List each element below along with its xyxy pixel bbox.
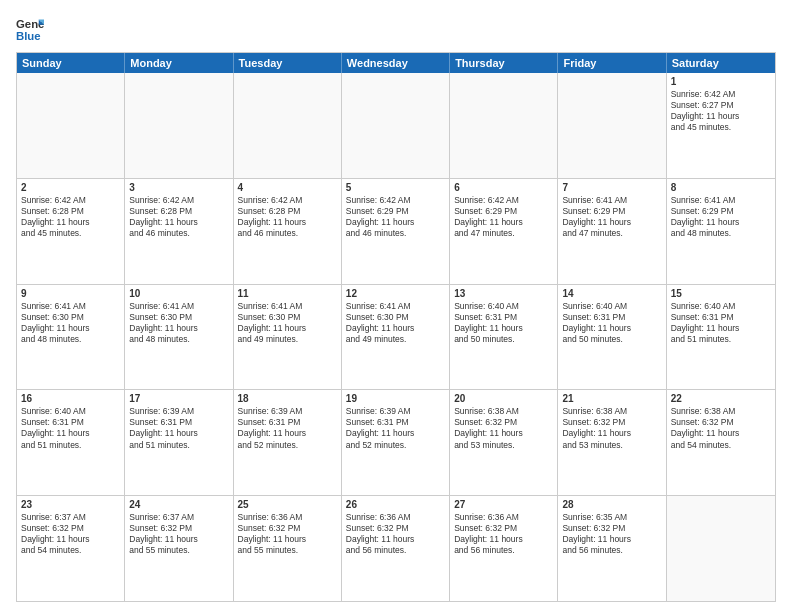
empty-cell-4-6 [667,496,775,601]
day-info: Sunrise: 6:36 AM Sunset: 6:32 PM Dayligh… [454,512,553,556]
day-cell-12: 12Sunrise: 6:41 AM Sunset: 6:30 PM Dayli… [342,285,450,390]
day-cell-2: 2Sunrise: 6:42 AM Sunset: 6:28 PM Daylig… [17,179,125,284]
day-cell-20: 20Sunrise: 6:38 AM Sunset: 6:32 PM Dayli… [450,390,558,495]
day-number: 17 [129,393,228,404]
day-info: Sunrise: 6:41 AM Sunset: 6:30 PM Dayligh… [129,301,228,345]
empty-cell-0-2 [234,73,342,178]
day-cell-28: 28Sunrise: 6:35 AM Sunset: 6:32 PM Dayli… [558,496,666,601]
day-info: Sunrise: 6:40 AM Sunset: 6:31 PM Dayligh… [671,301,771,345]
day-info: Sunrise: 6:40 AM Sunset: 6:31 PM Dayligh… [562,301,661,345]
day-info: Sunrise: 6:41 AM Sunset: 6:29 PM Dayligh… [562,195,661,239]
day-cell-3: 3Sunrise: 6:42 AM Sunset: 6:28 PM Daylig… [125,179,233,284]
page: General Blue SundayMondayTuesdayWednesda… [0,0,792,612]
day-number: 2 [21,182,120,193]
day-cell-23: 23Sunrise: 6:37 AM Sunset: 6:32 PM Dayli… [17,496,125,601]
logo: General Blue [16,16,52,44]
day-info: Sunrise: 6:38 AM Sunset: 6:32 PM Dayligh… [562,406,661,450]
day-info: Sunrise: 6:42 AM Sunset: 6:29 PM Dayligh… [454,195,553,239]
day-number: 20 [454,393,553,404]
day-info: Sunrise: 6:36 AM Sunset: 6:32 PM Dayligh… [346,512,445,556]
day-number: 3 [129,182,228,193]
calendar-body: 1Sunrise: 6:42 AM Sunset: 6:27 PM Daylig… [17,73,775,601]
weekday-header-monday: Monday [125,53,233,73]
day-cell-13: 13Sunrise: 6:40 AM Sunset: 6:31 PM Dayli… [450,285,558,390]
day-cell-25: 25Sunrise: 6:36 AM Sunset: 6:32 PM Dayli… [234,496,342,601]
empty-cell-0-1 [125,73,233,178]
day-info: Sunrise: 6:42 AM Sunset: 6:28 PM Dayligh… [238,195,337,239]
day-cell-16: 16Sunrise: 6:40 AM Sunset: 6:31 PM Dayli… [17,390,125,495]
empty-cell-0-5 [558,73,666,178]
calendar-row-1: 2Sunrise: 6:42 AM Sunset: 6:28 PM Daylig… [17,178,775,284]
day-info: Sunrise: 6:39 AM Sunset: 6:31 PM Dayligh… [346,406,445,450]
day-info: Sunrise: 6:37 AM Sunset: 6:32 PM Dayligh… [21,512,120,556]
day-number: 5 [346,182,445,193]
day-info: Sunrise: 6:36 AM Sunset: 6:32 PM Dayligh… [238,512,337,556]
weekday-header-friday: Friday [558,53,666,73]
weekday-header-saturday: Saturday [667,53,775,73]
day-cell-24: 24Sunrise: 6:37 AM Sunset: 6:32 PM Dayli… [125,496,233,601]
day-cell-6: 6Sunrise: 6:42 AM Sunset: 6:29 PM Daylig… [450,179,558,284]
calendar: SundayMondayTuesdayWednesdayThursdayFrid… [16,52,776,602]
day-cell-17: 17Sunrise: 6:39 AM Sunset: 6:31 PM Dayli… [125,390,233,495]
day-cell-14: 14Sunrise: 6:40 AM Sunset: 6:31 PM Dayli… [558,285,666,390]
empty-cell-0-4 [450,73,558,178]
day-number: 19 [346,393,445,404]
day-cell-27: 27Sunrise: 6:36 AM Sunset: 6:32 PM Dayli… [450,496,558,601]
day-info: Sunrise: 6:42 AM Sunset: 6:29 PM Dayligh… [346,195,445,239]
calendar-header: SundayMondayTuesdayWednesdayThursdayFrid… [17,53,775,73]
weekday-header-sunday: Sunday [17,53,125,73]
day-number: 23 [21,499,120,510]
weekday-header-thursday: Thursday [450,53,558,73]
day-cell-1: 1Sunrise: 6:42 AM Sunset: 6:27 PM Daylig… [667,73,775,178]
day-cell-22: 22Sunrise: 6:38 AM Sunset: 6:32 PM Dayli… [667,390,775,495]
day-number: 21 [562,393,661,404]
day-cell-18: 18Sunrise: 6:39 AM Sunset: 6:31 PM Dayli… [234,390,342,495]
day-cell-10: 10Sunrise: 6:41 AM Sunset: 6:30 PM Dayli… [125,285,233,390]
day-number: 8 [671,182,771,193]
day-info: Sunrise: 6:37 AM Sunset: 6:32 PM Dayligh… [129,512,228,556]
day-number: 28 [562,499,661,510]
day-number: 16 [21,393,120,404]
day-info: Sunrise: 6:41 AM Sunset: 6:30 PM Dayligh… [346,301,445,345]
empty-cell-0-3 [342,73,450,178]
day-info: Sunrise: 6:38 AM Sunset: 6:32 PM Dayligh… [454,406,553,450]
day-number: 12 [346,288,445,299]
day-info: Sunrise: 6:40 AM Sunset: 6:31 PM Dayligh… [454,301,553,345]
logo-icon: General Blue [16,16,44,44]
day-cell-21: 21Sunrise: 6:38 AM Sunset: 6:32 PM Dayli… [558,390,666,495]
day-info: Sunrise: 6:41 AM Sunset: 6:30 PM Dayligh… [238,301,337,345]
day-cell-19: 19Sunrise: 6:39 AM Sunset: 6:31 PM Dayli… [342,390,450,495]
day-info: Sunrise: 6:41 AM Sunset: 6:30 PM Dayligh… [21,301,120,345]
day-number: 11 [238,288,337,299]
day-info: Sunrise: 6:35 AM Sunset: 6:32 PM Dayligh… [562,512,661,556]
day-number: 27 [454,499,553,510]
day-number: 25 [238,499,337,510]
day-cell-8: 8Sunrise: 6:41 AM Sunset: 6:29 PM Daylig… [667,179,775,284]
day-number: 14 [562,288,661,299]
day-number: 7 [562,182,661,193]
day-number: 22 [671,393,771,404]
day-info: Sunrise: 6:41 AM Sunset: 6:29 PM Dayligh… [671,195,771,239]
svg-text:Blue: Blue [16,30,41,42]
day-info: Sunrise: 6:39 AM Sunset: 6:31 PM Dayligh… [129,406,228,450]
calendar-row-3: 16Sunrise: 6:40 AM Sunset: 6:31 PM Dayli… [17,389,775,495]
day-info: Sunrise: 6:40 AM Sunset: 6:31 PM Dayligh… [21,406,120,450]
day-info: Sunrise: 6:38 AM Sunset: 6:32 PM Dayligh… [671,406,771,450]
day-info: Sunrise: 6:42 AM Sunset: 6:27 PM Dayligh… [671,89,771,133]
day-number: 1 [671,76,771,87]
day-cell-5: 5Sunrise: 6:42 AM Sunset: 6:29 PM Daylig… [342,179,450,284]
day-cell-7: 7Sunrise: 6:41 AM Sunset: 6:29 PM Daylig… [558,179,666,284]
calendar-row-0: 1Sunrise: 6:42 AM Sunset: 6:27 PM Daylig… [17,73,775,178]
calendar-row-2: 9Sunrise: 6:41 AM Sunset: 6:30 PM Daylig… [17,284,775,390]
day-number: 26 [346,499,445,510]
day-info: Sunrise: 6:39 AM Sunset: 6:31 PM Dayligh… [238,406,337,450]
day-cell-26: 26Sunrise: 6:36 AM Sunset: 6:32 PM Dayli… [342,496,450,601]
day-number: 24 [129,499,228,510]
day-number: 4 [238,182,337,193]
empty-cell-0-0 [17,73,125,178]
calendar-row-4: 23Sunrise: 6:37 AM Sunset: 6:32 PM Dayli… [17,495,775,601]
day-info: Sunrise: 6:42 AM Sunset: 6:28 PM Dayligh… [129,195,228,239]
weekday-header-wednesday: Wednesday [342,53,450,73]
day-cell-11: 11Sunrise: 6:41 AM Sunset: 6:30 PM Dayli… [234,285,342,390]
day-number: 6 [454,182,553,193]
